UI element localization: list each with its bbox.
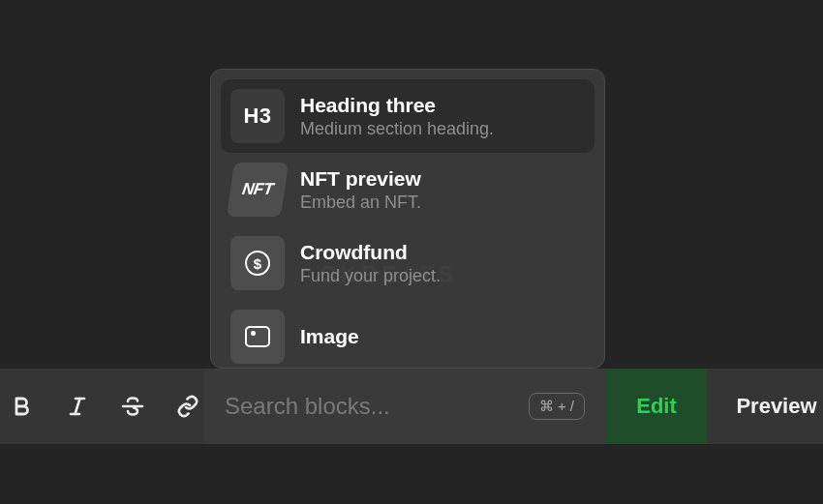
format-toolbar [0,369,203,444]
block-item-texts: Image [300,325,359,348]
keyboard-shortcut-hint: ⌘ + / [529,393,585,420]
block-item-texts: Heading three Medium section heading. [300,94,494,139]
tab-preview[interactable]: Preview [707,369,823,444]
block-item-nft-preview[interactable]: NFT NFT preview Embed an NFT. [221,153,594,226]
block-item-title: Crowdfund [300,241,441,264]
italic-button[interactable] [61,389,93,424]
svg-line-2 [75,399,79,414]
block-item-desc: Embed an NFT. [300,193,421,213]
tab-edit[interactable]: Edit [606,369,707,444]
block-item-image[interactable]: Image [221,300,594,369]
block-item-heading-three[interactable]: H3 Heading three Medium section heading. [221,79,594,153]
image-icon [230,310,285,364]
block-item-crowdfund[interactable]: $ Crowdfund Fund your project. [221,226,594,300]
h3-icon: H3 [230,89,285,143]
link-button[interactable] [171,389,203,424]
block-picker-panel: H3 Heading three Medium section heading.… [210,69,605,369]
nft-icon: NFT [227,163,289,217]
block-item-title: Image [300,325,359,348]
block-item-title: NFT preview [300,167,421,191]
strikethrough-button[interactable] [116,389,148,424]
bottom-toolbar: ⌘ + / Edit Preview [0,369,823,444]
block-item-desc: Medium section heading. [300,119,494,139]
block-item-texts: Crowdfund Fund your project. [300,241,441,286]
search-input[interactable] [225,393,517,420]
block-item-desc: Fund your project. [300,266,441,286]
search-section: ⌘ + / [203,369,606,444]
block-item-title: Heading three [300,94,494,117]
block-item-texts: NFT preview Embed an NFT. [300,167,421,213]
dollar-circle-icon: $ [230,236,285,290]
bold-button[interactable] [6,389,38,424]
